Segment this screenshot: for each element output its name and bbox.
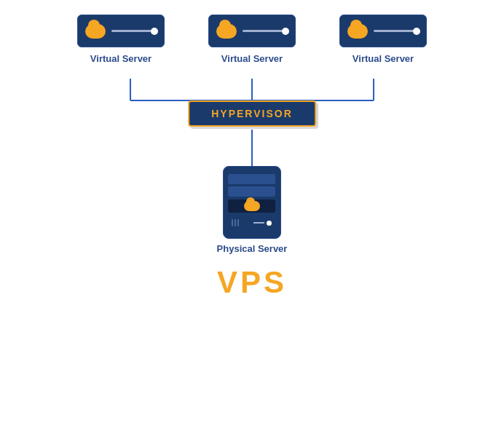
- ps-toggle-dot: [267, 221, 272, 226]
- virtual-server-item-3: Virtual Server: [339, 15, 427, 64]
- toggle-circle-2: [282, 28, 289, 35]
- virtual-server-label-3: Virtual Server: [353, 53, 414, 64]
- physical-server-label: Physical Server: [217, 243, 288, 254]
- virtual-server-item-2: Virtual Server: [208, 15, 296, 64]
- virtual-server-card-1: [77, 15, 165, 47]
- ps-vent-3: [237, 219, 239, 226]
- ps-toggle: [253, 221, 272, 226]
- ps-slot-1: [228, 174, 275, 184]
- connector-area: HYPERVISOR: [70, 71, 434, 130]
- virtual-servers-row: Virtual Server Virtual Server Virtual Se…: [77, 15, 427, 64]
- virtual-server-label-2: Virtual Server: [221, 53, 283, 64]
- toggle-circle-1: [151, 28, 158, 35]
- ps-slot-2: [228, 186, 275, 197]
- ps-vents: [232, 219, 239, 226]
- virtual-server-card-2: [208, 15, 296, 47]
- ps-vent-2: [235, 219, 236, 226]
- hypervisor-box: HYPERVISOR: [188, 100, 316, 127]
- vertical-connector-line: [251, 130, 253, 166]
- physical-server-card: [223, 166, 281, 239]
- virtual-server-label-1: Virtual Server: [90, 53, 151, 64]
- cloud-icon-physical: [244, 201, 260, 211]
- ps-toggle-line: [253, 222, 264, 224]
- toggle-line-3: [374, 30, 419, 32]
- cloud-icon-1: [85, 24, 106, 39]
- toggle-line-2: [243, 30, 288, 32]
- ps-slot-dark: [228, 199, 275, 213]
- middle-section: Physical Server: [217, 130, 288, 254]
- diagram-container: Virtual Server Virtual Server Virtual Se…: [0, 0, 504, 423]
- cloud-icon-2: [216, 24, 237, 39]
- ps-vent-1: [232, 219, 233, 226]
- ps-bottom: [228, 215, 275, 231]
- cloud-icon-3: [347, 24, 368, 39]
- vps-title: VPS: [217, 265, 287, 300]
- virtual-server-item-1: Virtual Server: [77, 15, 165, 64]
- toggle-circle-3: [413, 28, 420, 35]
- hypervisor-label: HYPERVISOR: [211, 108, 293, 119]
- virtual-server-card-3: [339, 15, 427, 47]
- toggle-line-1: [111, 30, 157, 32]
